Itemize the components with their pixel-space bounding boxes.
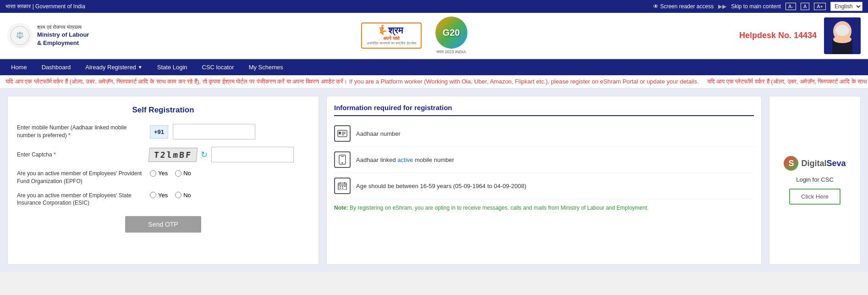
- info-title: Information required for registration: [334, 104, 754, 116]
- info-age: Age should be between 16-59 years (05-09…: [334, 173, 754, 199]
- captcha-label: Enter Captcha *: [17, 151, 145, 158]
- captcha-image: T2lmBF: [148, 148, 198, 162]
- esic-label: Are you an active member of Employees' S…: [17, 192, 145, 207]
- svg-rect-21: [344, 186, 346, 187]
- nav-my-schemes[interactable]: My Schemes: [242, 59, 291, 75]
- mobile-label: Enter mobile Number (Aadhaar linked mobi…: [17, 124, 145, 139]
- svg-rect-20: [342, 186, 343, 187]
- ministry-hindi: श्रम एवं रोजगार मंत्रालय: [37, 24, 89, 31]
- g20-text: भारत 2023 INDIA: [436, 50, 466, 55]
- esic-row: Are you an active member of Employees' S…: [17, 192, 309, 207]
- helpdesk-number: Helpdesk No. 14434: [739, 31, 817, 40]
- mobile-input[interactable]: [173, 124, 255, 139]
- g20-logo: G20 भारत 2023 INDIA: [435, 17, 467, 55]
- font-medium-button[interactable]: A: [801, 3, 809, 10]
- epfo-no-option[interactable]: No: [175, 170, 191, 177]
- ministry-line2: & Employment: [37, 39, 89, 47]
- nav-home[interactable]: Home: [4, 59, 34, 75]
- font-large-button[interactable]: A+: [814, 3, 826, 10]
- eshram-sub: अपने जाते: [383, 36, 400, 41]
- epfo-row: Are you an active member of Employees' P…: [17, 170, 309, 185]
- info-note: Note: By registering on eShram, you are …: [334, 204, 754, 212]
- navbar: Home Dashboard Already Registered ▼ Stat…: [0, 59, 868, 75]
- mobile-text: Aadhaar linked active mobile number: [356, 156, 454, 163]
- captcha-input[interactable]: [211, 147, 294, 162]
- skip-main-link[interactable]: Skip to main content: [731, 3, 781, 10]
- esic-yes-option[interactable]: Yes: [150, 192, 168, 199]
- age-text: Age should be between 16-59 years (05-09…: [356, 183, 526, 189]
- mobile-required-mark: *: [68, 132, 71, 139]
- esic-yes-radio[interactable]: [150, 192, 156, 198]
- svg-rect-19: [340, 186, 341, 187]
- top-bar-controls: 👁 Screen reader access ▶▶ Skip to main c…: [653, 2, 863, 11]
- country-code: +91: [150, 125, 168, 139]
- calendar-icon: [334, 178, 351, 194]
- digital-seva-icon: S: [784, 156, 798, 171]
- esic-options: Yes No: [150, 192, 191, 199]
- epfo-yes-option[interactable]: Yes: [150, 170, 168, 177]
- epfo-label: Are you an active member of Employees' P…: [17, 170, 145, 185]
- epfo-no-radio[interactable]: [175, 170, 181, 177]
- mobile-row: Enter mobile Number (Aadhaar linked mobi…: [17, 124, 309, 139]
- eye-icon: 👁: [653, 3, 659, 10]
- header-center: ई- श्रम अपने जाते असंगठित कामगारों का रा…: [89, 17, 739, 55]
- divider: ▶▶: [718, 3, 726, 10]
- captcha-required-mark: *: [54, 151, 56, 158]
- ministry-logo: ⚖️ श्रम एवं रोजगार मंत्रालय Ministry of …: [7, 23, 89, 48]
- font-small-button[interactable]: A-: [786, 3, 796, 10]
- emblem-icon: ⚖️: [7, 23, 33, 48]
- epfo-options: Yes No: [150, 170, 191, 177]
- aadhaar-text: Aadhaar number: [356, 130, 401, 137]
- eshram-tagline: असंगठित कामगारों का राष्ट्रीय डेटाबेस: [367, 41, 416, 46]
- ticker-text: यदि आप एक प्लेटफॉर्म वर्कर हैं (ओला, उबर…: [5, 78, 868, 85]
- info-panel: Information required for registration Aa…: [326, 96, 762, 265]
- note-strong: Note:: [334, 205, 348, 211]
- eshram-logo: ई- श्रम अपने जाते असंगठित कामगारों का रा…: [361, 22, 422, 49]
- login-csc-label: Login for CSC: [796, 176, 834, 183]
- header: ⚖️ श्रम एवं रोजगार मंत्रालय Ministry of …: [0, 13, 868, 59]
- language-select[interactable]: English Hindi: [830, 2, 863, 11]
- ministry-text: श्रम एवं रोजगार मंत्रालय Ministry of Lab…: [37, 24, 89, 48]
- captcha-refresh-button[interactable]: ↻: [201, 150, 208, 160]
- nav-csc-locator[interactable]: CSC locator: [195, 59, 242, 75]
- svg-point-4: [835, 25, 849, 36]
- ministry-line1: Ministry of Labour: [37, 31, 89, 39]
- id-card-icon: [334, 125, 351, 142]
- svg-rect-8: [339, 132, 341, 134]
- gov-label: भारत सरकार | Government of India: [5, 3, 85, 10]
- svg-rect-22: [340, 188, 341, 189]
- svg-text:⚖️: ⚖️: [16, 31, 24, 39]
- send-otp-button[interactable]: Send OTP: [125, 216, 201, 233]
- nav-state-login[interactable]: State Login: [150, 59, 195, 75]
- digital-seva-panel: S DigitalSeva Login for CSC Click Here: [769, 96, 861, 265]
- note-text: By registering on eShram, you are opting…: [350, 205, 648, 211]
- g20-circle: G20: [435, 17, 467, 49]
- registration-title: Self Registration: [17, 106, 309, 115]
- svg-point-6: [833, 36, 852, 43]
- click-here-button[interactable]: Click Here: [789, 189, 841, 205]
- dropdown-arrow: ▼: [138, 65, 143, 70]
- captcha-row: Enter Captcha * T2lmBF ↻: [17, 147, 309, 162]
- main-content: Self Registration Enter mobile Number (A…: [0, 89, 868, 272]
- mobile-icon: [334, 151, 351, 168]
- epfo-yes-radio[interactable]: [150, 170, 156, 177]
- screen-reader-link[interactable]: 👁 Screen reader access: [653, 3, 714, 10]
- digital-label: DigitalSeva: [801, 159, 846, 168]
- info-mobile: Aadhaar linked active mobile number: [334, 147, 754, 173]
- esic-no-radio[interactable]: [175, 192, 181, 198]
- digital-seva-logo: S DigitalSeva: [784, 156, 846, 171]
- nav-dashboard[interactable]: Dashboard: [34, 59, 78, 75]
- registration-box: Self Registration Enter mobile Number (A…: [7, 96, 319, 265]
- esic-no-option[interactable]: No: [175, 192, 191, 199]
- svg-point-13: [342, 162, 343, 164]
- top-bar: भारत सरकार | Government of India 👁 Scree…: [0, 0, 868, 13]
- ticker-bar: यदि आप एक प्लेटफॉर्म वर्कर हैं (ओला, उबर…: [0, 75, 868, 89]
- header-right: Helpdesk No. 14434: [739, 17, 861, 54]
- svg-rect-23: [342, 188, 343, 189]
- gov-title: भारत सरकार | Government of India: [5, 3, 85, 10]
- pm-photo: [824, 17, 861, 54]
- info-aadhaar: Aadhaar number: [334, 121, 754, 147]
- nav-already-registered[interactable]: Already Registered ▼: [78, 59, 149, 75]
- eshram-text: श्रम: [388, 25, 403, 36]
